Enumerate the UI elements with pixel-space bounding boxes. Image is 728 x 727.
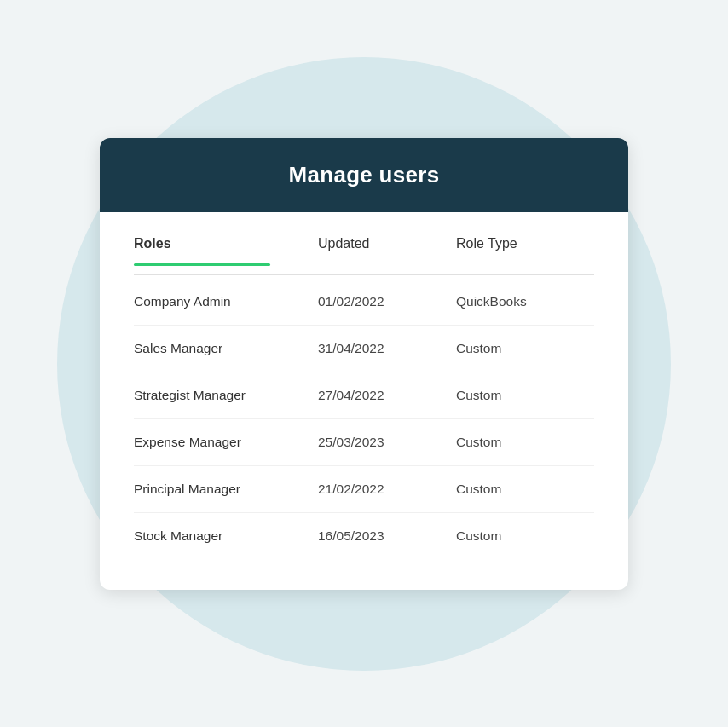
cell-updated-date: 31/04/2022 xyxy=(318,341,456,356)
cell-role-type: Custom xyxy=(456,482,594,497)
table-row[interactable]: Company Admin 01/02/2022 QuickBooks xyxy=(134,279,594,326)
table-row[interactable]: Strategist Manager 27/04/2022 Custom xyxy=(134,372,594,419)
col-header-updated: Updated xyxy=(318,236,456,251)
manage-users-card: Manage users Roles Updated Role Type Com… xyxy=(100,138,628,590)
cell-role-type: Custom xyxy=(456,435,594,450)
table-row[interactable]: Stock Manager 16/05/2023 Custom xyxy=(134,513,594,559)
cell-role-name: Sales Manager xyxy=(134,341,318,356)
cell-role-name: Stock Manager xyxy=(134,528,318,544)
cell-role-type: Custom xyxy=(456,341,594,356)
cell-updated-date: 01/02/2022 xyxy=(318,294,456,309)
page-title: Manage users xyxy=(134,162,594,188)
roles-underline xyxy=(134,263,270,266)
table-row[interactable]: Expense Manager 25/03/2023 Custom xyxy=(134,419,594,466)
table-divider xyxy=(134,274,594,275)
card-header: Manage users xyxy=(100,138,628,212)
cell-updated-date: 25/03/2023 xyxy=(318,435,456,450)
cell-role-type: QuickBooks xyxy=(456,294,594,309)
cell-role-name: Strategist Manager xyxy=(134,388,318,403)
col-header-role-type: Role Type xyxy=(456,236,594,251)
table-row[interactable]: Sales Manager 31/04/2022 Custom xyxy=(134,326,594,372)
cell-role-name: Principal Manager xyxy=(134,482,318,497)
cell-updated-date: 27/04/2022 xyxy=(318,388,456,403)
table-body: Company Admin 01/02/2022 QuickBooks Sale… xyxy=(134,279,594,559)
cell-updated-date: 21/02/2022 xyxy=(318,482,456,497)
table-header: Roles Updated Role Type xyxy=(134,236,594,258)
cell-updated-date: 16/05/2023 xyxy=(318,528,456,544)
card-body: Roles Updated Role Type Company Admin 01… xyxy=(100,212,628,590)
cell-role-type: Custom xyxy=(456,528,594,544)
cell-role-name: Company Admin xyxy=(134,294,318,309)
col-header-roles: Roles xyxy=(134,236,318,251)
cell-role-name: Expense Manager xyxy=(134,435,318,450)
table-row[interactable]: Principal Manager 21/02/2022 Custom xyxy=(134,466,594,513)
cell-role-type: Custom xyxy=(456,388,594,403)
